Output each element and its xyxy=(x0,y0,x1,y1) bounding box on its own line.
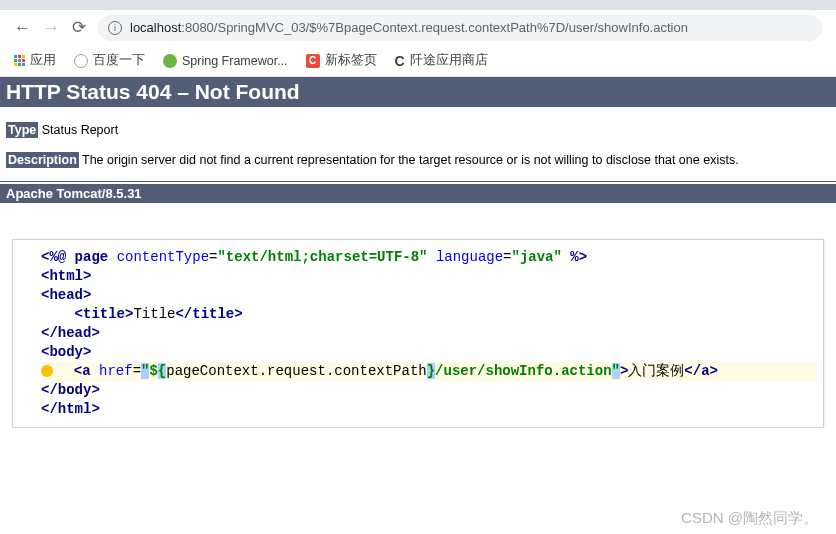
code-line: </html> xyxy=(41,400,817,419)
error-type-line: Type Status Report xyxy=(0,123,836,137)
apps-label: 应用 xyxy=(30,52,56,69)
code-editor: <%@ page contentType="text/html;charset=… xyxy=(12,239,824,428)
code-line: </head> xyxy=(41,324,817,343)
server-info: Apache Tomcat/8.5.31 xyxy=(0,184,836,203)
back-button[interactable]: ← xyxy=(14,18,31,38)
bookmarks-bar: 应用 百度一下 Spring Framewor... C 新标签页 C 阡途应用… xyxy=(0,45,836,77)
code-line: <body> xyxy=(41,343,817,362)
code-line-highlighted: <a href="${pageContext.request.contextPa… xyxy=(41,362,817,381)
c-icon: C xyxy=(306,54,320,68)
error-title: HTTP Status 404 – Not Found xyxy=(0,77,836,107)
apps-button[interactable]: 应用 xyxy=(14,52,56,69)
shop-icon: C xyxy=(395,53,405,69)
bookmark-shop[interactable]: C 阡途应用商店 xyxy=(395,52,488,69)
divider xyxy=(0,181,836,182)
address-bar-row: ← → ⟳ i localhost:8080/SpringMVC_03/$%7B… xyxy=(0,10,836,45)
code-line: <head> xyxy=(41,286,817,305)
code-line: <%@ page contentType="text/html;charset=… xyxy=(41,248,817,267)
error-page: HTTP Status 404 – Not Found Type Status … xyxy=(0,77,836,203)
code-line: <title>Title</title> xyxy=(41,305,817,324)
editor-area[interactable]: <%@ page contentType="text/html;charset=… xyxy=(13,240,823,427)
reload-button[interactable]: ⟳ xyxy=(72,17,86,38)
error-desc-line: Description The origin server did not fi… xyxy=(0,153,836,167)
address-bar[interactable]: i localhost:8080/SpringMVC_03/$%7BpageCo… xyxy=(98,15,822,41)
desc-label: Description xyxy=(6,152,79,168)
browser-tabs xyxy=(0,0,836,10)
bookmark-newtab[interactable]: C 新标签页 xyxy=(306,52,377,69)
bookmark-baidu[interactable]: 百度一下 xyxy=(74,52,145,69)
apps-icon xyxy=(14,55,25,66)
forward-button[interactable]: → xyxy=(43,18,60,38)
baidu-icon xyxy=(74,54,88,68)
type-label: Type xyxy=(6,122,38,138)
bulb-icon[interactable] xyxy=(41,365,53,377)
url-text: localhost:8080/SpringMVC_03/$%7BpageCont… xyxy=(130,20,688,35)
site-info-icon[interactable]: i xyxy=(108,21,122,35)
spring-icon xyxy=(163,54,177,68)
code-line: </body> xyxy=(41,381,817,400)
bookmark-spring[interactable]: Spring Framewor... xyxy=(163,54,288,68)
code-line: <html> xyxy=(41,267,817,286)
